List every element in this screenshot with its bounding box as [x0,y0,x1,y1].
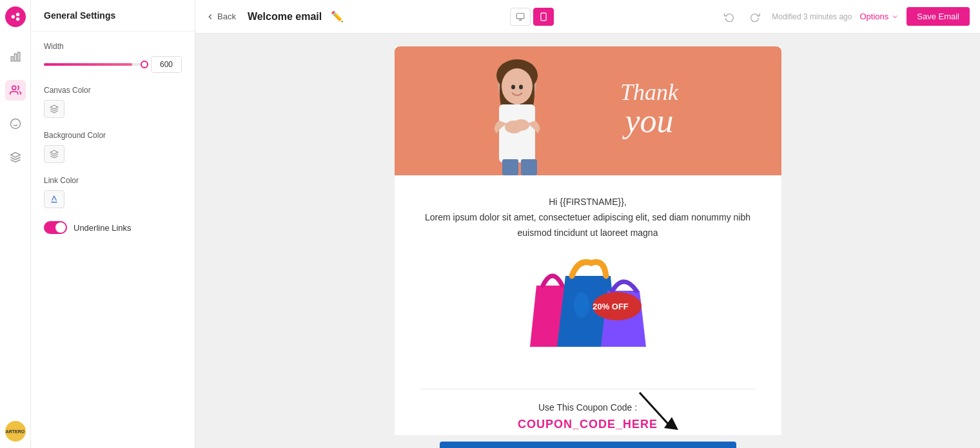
redo-button[interactable] [746,8,764,26]
mobile-view-button[interactable] [533,8,554,26]
back-button[interactable]: Back [206,12,236,21]
svg-point-29 [574,292,589,318]
svg-point-19 [502,68,533,104]
canvas-color-button[interactable] [44,100,64,118]
coupon-label: Use This Coupon Code : [420,402,756,413]
link-color-setting: Link Color [44,176,182,208]
svg-rect-4 [14,54,16,61]
svg-point-0 [11,15,14,18]
nav-icon-contacts[interactable] [5,80,26,101]
sidebar-title: General Settings [31,0,195,32]
cta-button[interactable]: Start shopping now [440,442,736,448]
save-email-button[interactable]: Save Email [906,7,970,26]
width-slider-thumb[interactable] [141,61,148,68]
coupon-section: Use This Coupon Code : COUPON_CODE_HERE … [395,389,781,448]
svg-rect-23 [502,159,518,175]
topbar: Back Welcome email ✏️ [195,0,980,34]
modified-timestamp: Modified 3 minutes ago [772,12,852,21]
greeting-name: Hi {{FIRSTNAME}}, [420,195,756,210]
svg-point-26 [519,85,523,90]
email-body: Hi {{FIRSTNAME}}, Lorem ipsum dolor sit … [395,175,781,389]
greeting-section: Hi {{FIRSTNAME}}, Lorem ipsum dolor sit … [420,195,756,240]
svg-rect-20 [499,104,535,162]
link-color-label: Link Color [44,176,182,185]
thank-you-text: Thank you [569,71,730,151]
svg-marker-34 [664,417,678,430]
canvas-color-label: Canvas Color [44,86,182,95]
svg-text:20% OFF: 20% OFF [593,302,629,311]
svg-rect-5 [17,52,19,61]
undo-button[interactable] [720,8,738,26]
width-setting: Width [44,42,182,73]
svg-point-22 [513,119,529,131]
topbar-right: Modified 3 minutes ago Options Save Emai… [720,7,970,26]
svg-point-6 [12,86,15,90]
width-input[interactable] [151,56,182,73]
svg-text:you: you [622,102,673,139]
svg-point-2 [15,17,19,21]
nav-icon-layers[interactable] [5,147,26,168]
svg-rect-24 [521,159,537,175]
bottom-brand-logo: ARTERO [5,421,26,442]
email-preview: Thank you Hi {{FIRSTNAME}}, Lorem ipsum … [395,46,781,435]
svg-text:Thank: Thank [620,79,679,105]
body-text: Lorem ipsum dolor sit amet, consectetuer… [420,210,756,241]
coupon-code: COUPON_CODE_HERE [420,418,756,431]
canvas-area[interactable]: Thank you Hi {{FIRSTNAME}}, Lorem ipsum … [195,34,980,448]
underline-links-toggle[interactable] [44,221,67,234]
view-toggle-group [350,8,714,26]
svg-marker-9 [10,153,20,158]
edit-title-icon[interactable]: ✏️ [331,10,344,23]
width-slider-fill [44,63,132,66]
underline-links-setting: Underline Links [44,221,182,234]
svg-rect-10 [516,13,524,18]
settings-sidebar: General Settings Width Canvas Color Back… [31,0,195,448]
shopping-bags-section: 20% OFF [420,253,756,356]
toggle-thumb [55,222,66,233]
width-slider-track[interactable] [44,63,144,66]
icon-sidebar: ARTERO [0,0,31,448]
svg-point-25 [511,85,515,90]
svg-line-33 [640,393,672,428]
thank-you-section: Thank you [395,46,781,175]
background-color-setting: Background Color [44,131,182,163]
background-color-label: Background Color [44,131,182,140]
background-color-button[interactable] [44,145,64,163]
link-color-button[interactable] [44,190,64,208]
nav-icon-team[interactable] [5,113,26,134]
desktop-view-button[interactable] [510,8,531,26]
options-button[interactable]: Options [859,12,899,21]
canvas-color-setting: Canvas Color [44,86,182,118]
page-title: Welcome email [248,11,322,23]
width-label: Width [44,42,182,51]
nav-icon-chart[interactable] [5,46,26,67]
arrow-illustration [620,386,698,438]
svg-point-1 [15,13,19,16]
underline-links-label: Underline Links [74,223,132,233]
app-logo [5,6,26,27]
bags-illustration: 20% OFF [511,253,665,353]
main-area: Back Welcome email ✏️ [195,0,980,448]
svg-rect-3 [11,57,13,61]
